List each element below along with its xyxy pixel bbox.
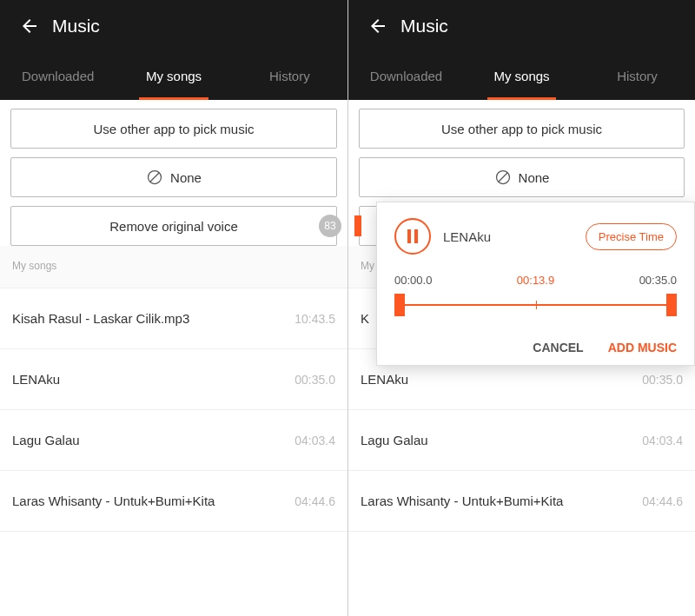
song-row[interactable]: Lagu Galau 04:03.4 (348, 410, 695, 471)
pause-button[interactable] (394, 218, 431, 255)
content: Use other app to pick music None Remove … (0, 100, 348, 532)
arrow-left-icon (19, 16, 40, 36)
back-button[interactable] (359, 7, 397, 45)
time-start: 00:00.0 (394, 274, 432, 287)
tab-my-songs[interactable]: My songs (464, 52, 579, 100)
trim-slider[interactable] (394, 292, 677, 318)
none-icon (146, 169, 163, 186)
song-duration: 04:44.6 (642, 494, 683, 508)
tab-downloaded[interactable]: Downloaded (348, 52, 464, 100)
song-row[interactable]: Kisah Rasul - Laskar Cilik.mp3 10:43.5 (0, 288, 348, 349)
song-title: Lagu Galau (361, 433, 428, 447)
song-title: Laras Whisanty - Untuk+Bumi+Kita (361, 493, 563, 508)
song-title: K (361, 311, 369, 326)
song-title: Lagu Galau (12, 433, 80, 447)
header: Music Downloaded My songs History (0, 0, 348, 100)
song-duration: 00:35.0 (295, 373, 335, 387)
song-row[interactable]: Laras Whisanty - Untuk+Bumi+Kita 04:44.6 (0, 471, 348, 532)
screen-left: Music Downloaded My songs History Use ot… (0, 0, 348, 616)
time-current: 00:13.9 (517, 274, 554, 287)
remove-voice-button[interactable]: Remove original voice 83 (10, 206, 337, 246)
song-duration: 04:44.6 (295, 494, 335, 508)
precise-time-button[interactable]: Precise Time (586, 223, 677, 250)
slider-handle-end[interactable] (666, 294, 677, 316)
tab-history[interactable]: History (232, 52, 348, 100)
song-duration: 04:03.4 (642, 434, 683, 447)
pick-other-app-button[interactable]: Use other app to pick music (359, 109, 685, 149)
song-row[interactable]: Lagu Galau 04:03.4 (0, 410, 348, 471)
tabs: Downloaded My songs History (0, 52, 348, 100)
screen-right: Music Downloaded My songs History Use ot… (348, 0, 695, 616)
popup-song-title: LENAku (443, 229, 573, 244)
add-music-button[interactable]: ADD MUSIC (608, 341, 677, 354)
song-title: LENAku (361, 372, 408, 387)
slider-handle-start[interactable] (394, 294, 405, 316)
toggle-indicator (354, 215, 361, 236)
time-end: 00:35.0 (639, 274, 677, 287)
button-label: Use other app to pick music (441, 122, 602, 136)
song-duration: 00:35.0 (642, 373, 683, 387)
song-title: LENAku (12, 372, 60, 387)
tab-history[interactable]: History (579, 52, 695, 100)
slider-midmark (536, 301, 537, 309)
svg-line-3 (499, 173, 507, 182)
svg-line-1 (150, 173, 159, 182)
song-title: Laras Whisanty - Untuk+Bumi+Kita (12, 493, 215, 508)
page-title: Music (52, 16, 100, 36)
pick-other-app-button[interactable]: Use other app to pick music (10, 109, 337, 149)
back-button[interactable] (10, 7, 49, 45)
pause-icon (407, 229, 418, 243)
tab-downloaded[interactable]: Downloaded (0, 52, 116, 100)
button-label: Remove original voice (109, 219, 238, 234)
tabs: Downloaded My songs History (348, 52, 695, 100)
arrow-left-icon (367, 16, 388, 36)
none-button[interactable]: None (359, 157, 685, 197)
cancel-button[interactable]: CANCEL (533, 341, 583, 354)
none-icon (494, 169, 512, 186)
song-duration: 04:03.4 (295, 434, 335, 447)
badge: 83 (319, 215, 341, 237)
tab-my-songs[interactable]: My songs (116, 52, 231, 100)
song-row[interactable]: Laras Whisanty - Untuk+Bumi+Kita 04:44.6 (348, 471, 695, 532)
header: Music Downloaded My songs History (348, 0, 695, 100)
trim-popup: LENAku Precise Time 00:00.0 00:13.9 00:3… (376, 202, 695, 366)
button-label: None (170, 170, 202, 185)
song-title: Kisah Rasul - Laskar Cilik.mp3 (12, 311, 189, 326)
button-label: None (519, 170, 550, 185)
section-label: My songs (0, 246, 348, 288)
none-button[interactable]: None (10, 157, 337, 197)
time-labels: 00:00.0 00:13.9 00:35.0 (394, 274, 677, 287)
button-label: Use other app to pick music (93, 122, 254, 136)
page-title: Music (400, 16, 448, 36)
song-row[interactable]: LENAku 00:35.0 (0, 349, 348, 410)
song-duration: 10:43.5 (295, 312, 335, 326)
